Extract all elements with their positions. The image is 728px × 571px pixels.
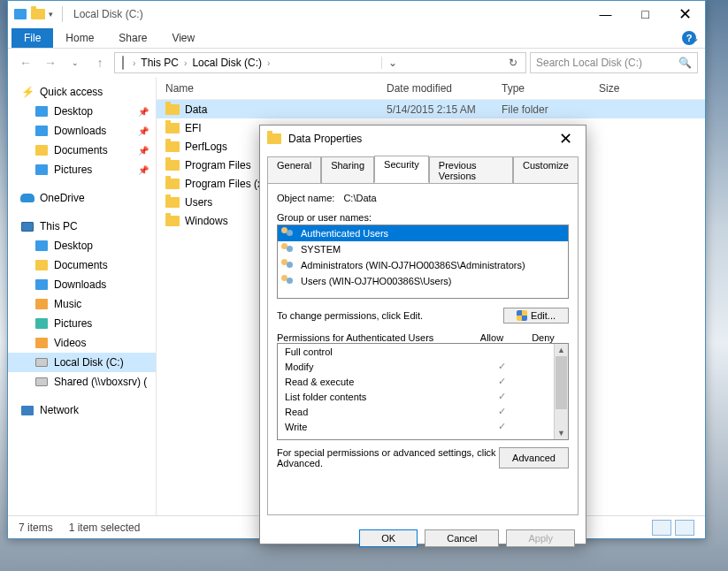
sidebar-item-shared[interactable]: Shared (\\vboxsrv) ( [8, 372, 156, 392]
breadcrumb[interactable]: › This PC › Local Disk (C:) › ⌄ ↻ [114, 52, 526, 73]
breadcrumb-root[interactable]: This PC [141, 57, 179, 69]
chevron-right-icon[interactable]: › [184, 58, 187, 68]
sidebar-item-onedrive[interactable]: OneDrive [8, 188, 156, 208]
tab-home[interactable]: Home [53, 28, 106, 48]
ok-button[interactable]: OK [359, 529, 418, 547]
breadcrumb-dropdown-icon[interactable]: ⌄ [381, 57, 399, 69]
tab-strip: General Sharing Security Previous Versio… [260, 152, 586, 183]
column-name[interactable]: Name [157, 82, 378, 95]
scroll-thumb[interactable] [556, 356, 567, 409]
close-button[interactable]: ✕ [552, 129, 579, 148]
sidebar-item-downloads[interactable]: Downloads📌 [8, 121, 156, 141]
user-list-item[interactable]: Administrators (WIN-OJ7HO00386S\Administ… [278, 257, 568, 273]
sidebar-item-quick-access[interactable]: ⚡ Quick access [8, 82, 156, 102]
user-list-item[interactable]: SYSTEM [278, 241, 568, 257]
dialog-buttons: OK Cancel Apply [260, 522, 586, 554]
permission-label: Modify [285, 362, 479, 372]
back-button[interactable]: ← [15, 52, 36, 73]
title-bar[interactable]: ▾ Local Disk (C:) — □ ✕ [8, 1, 705, 27]
tab-share[interactable]: Share [106, 28, 159, 48]
sidebar-item-this-pc[interactable]: This PC [8, 217, 156, 236]
recent-locations-icon[interactable]: ⌄ [65, 52, 86, 73]
advanced-button[interactable]: Advanced [499, 447, 569, 468]
users-icon [281, 259, 295, 271]
permissions-list[interactable]: Full controlModify✓Read & execute✓List f… [277, 343, 569, 440]
sidebar-item-documents[interactable]: Documents [8, 255, 156, 275]
column-size[interactable]: Size [590, 82, 643, 95]
sidebar-item-music[interactable]: Music [8, 294, 156, 314]
search-icon[interactable]: 🔍 [678, 57, 692, 69]
pin-icon[interactable]: 📌 [138, 107, 149, 117]
navigation-bar: ← → ⌄ ↑ › This PC › Local Disk (C:) › ⌄ … [8, 49, 705, 77]
edit-button[interactable]: Edit... [503, 308, 569, 324]
sidebar-item-pictures[interactable]: Pictures [8, 314, 156, 333]
folder-icon [165, 197, 180, 208]
qat-dropdown-icon[interactable]: ▾ [49, 10, 53, 19]
folder-icon [165, 179, 180, 189]
minimize-button[interactable]: — [586, 2, 625, 27]
user-name: Administrators (WIN-OJ7HO00386S\Administ… [301, 260, 525, 270]
documents-icon [34, 258, 49, 272]
sidebar-item-documents[interactable]: Documents📌 [8, 141, 156, 160]
dialog-title-bar[interactable]: Data Properties ✕ [260, 126, 586, 152]
quick-folder-icon[interactable] [31, 7, 45, 21]
pin-icon[interactable]: 📌 [138, 165, 149, 175]
cancel-button[interactable]: Cancel [425, 529, 499, 547]
refresh-icon[interactable]: ↻ [504, 57, 522, 69]
large-icons-view-icon[interactable] [675, 520, 694, 536]
tab-previous-versions[interactable]: Previous Versions [429, 156, 513, 184]
column-date[interactable]: Date modified [378, 82, 493, 95]
tab-security[interactable]: Security [374, 156, 429, 183]
downloads-icon [34, 124, 49, 138]
column-type[interactable]: Type [493, 82, 590, 95]
folder-icon [165, 160, 180, 171]
network-icon [20, 403, 34, 417]
scroll-up-icon[interactable]: ▲ [555, 344, 568, 356]
user-list[interactable]: Authenticated UsersSYSTEMAdministrators … [277, 225, 569, 299]
sidebar-label: Music [54, 298, 81, 310]
sidebar-item-desktop[interactable]: Desktop📌 [8, 102, 156, 121]
up-button[interactable]: ↑ [89, 52, 111, 73]
change-permissions-label: To change permissions, click Edit. [277, 310, 494, 321]
object-name-label: Object name: [277, 193, 334, 203]
permission-label: List folder contents [285, 392, 479, 402]
tab-file[interactable]: File [11, 28, 53, 48]
sidebar-label: This PC [40, 220, 78, 232]
scrollbar[interactable]: ▲ ▼ [554, 344, 568, 439]
sidebar-item-downloads[interactable]: Downloads [8, 275, 156, 294]
close-button[interactable]: ✕ [665, 2, 705, 27]
file-row[interactable]: Data5/14/2015 2:15 AMFile folder [157, 100, 705, 118]
column-headers: Name Date modified Type Size [157, 77, 705, 100]
pin-icon[interactable]: 📌 [138, 126, 149, 136]
maximize-button[interactable]: □ [625, 2, 665, 27]
breadcrumb-current[interactable]: Local Disk (C:) [192, 57, 262, 69]
user-list-item[interactable]: Authenticated Users [278, 225, 568, 241]
sidebar-item-local-disk[interactable]: Local Disk (C:) [8, 353, 156, 372]
permission-row: Read✓ [278, 404, 568, 419]
chevron-right-icon[interactable]: › [133, 58, 135, 68]
user-list-item[interactable]: Users (WIN-OJ7HO00386S\Users) [278, 273, 568, 289]
folder-icon [165, 104, 180, 115]
scroll-down-icon[interactable]: ▼ [555, 427, 568, 439]
chevron-right-icon[interactable]: › [267, 58, 270, 68]
help-icon[interactable]: ? [682, 31, 696, 45]
tab-general[interactable]: General [267, 156, 321, 184]
apply-button[interactable]: Apply [506, 529, 575, 547]
permission-row: Full control [278, 344, 568, 359]
pin-icon[interactable]: 📌 [138, 146, 149, 156]
tab-view[interactable]: View [159, 28, 207, 48]
documents-icon [34, 143, 49, 157]
sidebar-label: Downloads [54, 125, 106, 137]
sidebar-item-desktop[interactable]: Desktop [8, 236, 156, 255]
forward-button[interactable]: → [40, 52, 61, 73]
search-input[interactable]: Search Local Disk (C:) 🔍 [530, 52, 698, 73]
tab-sharing[interactable]: Sharing [321, 156, 374, 184]
details-view-icon[interactable] [652, 520, 671, 536]
tab-customize[interactable]: Customize [513, 156, 579, 184]
file-type: File folder [493, 103, 590, 116]
sidebar-item-videos[interactable]: Videos [8, 333, 156, 353]
sidebar-item-network[interactable]: Network [8, 400, 156, 420]
file-name: Program Files [185, 159, 251, 171]
advanced-label: For special permissions or advanced sett… [277, 447, 499, 468]
sidebar-item-pictures[interactable]: Pictures📌 [8, 160, 156, 179]
